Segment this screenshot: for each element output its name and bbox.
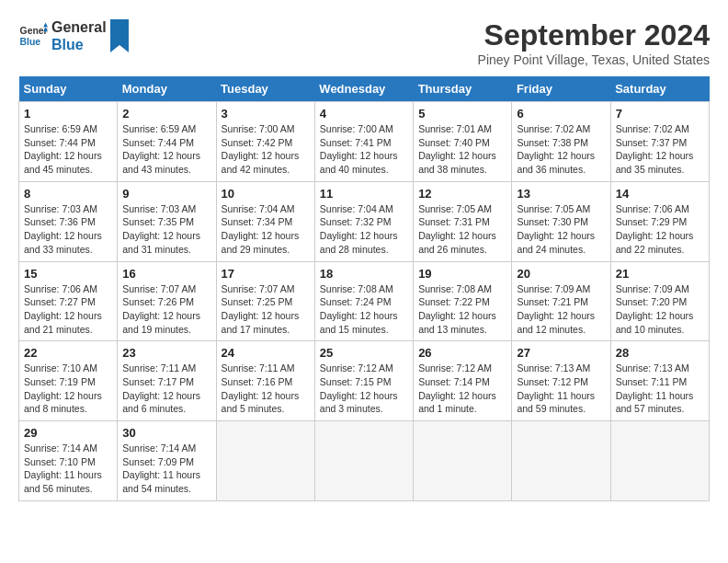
day-number: 1 <box>24 107 112 121</box>
day-cell-4: 4 Sunrise: 7:00 AMSunset: 7:41 PMDayligh… <box>314 102 413 182</box>
svg-marker-4 <box>110 19 129 52</box>
day-cell-18: 18 Sunrise: 7:08 AMSunset: 7:24 PMDaylig… <box>314 261 413 341</box>
header-saturday: Saturday <box>610 76 709 102</box>
day-info: Sunrise: 7:02 AMSunset: 7:37 PMDaylight:… <box>616 123 694 175</box>
day-number: 25 <box>320 346 408 360</box>
day-number: 4 <box>320 107 408 121</box>
day-number: 26 <box>418 346 506 360</box>
logo-blue: Blue <box>51 36 107 53</box>
day-info: Sunrise: 7:08 AMSunset: 7:22 PMDaylight:… <box>418 283 496 335</box>
day-info: Sunrise: 7:09 AMSunset: 7:21 PMDaylight:… <box>517 283 595 335</box>
day-number: 22 <box>24 346 112 360</box>
day-info: Sunrise: 7:13 AMSunset: 7:11 PMDaylight:… <box>616 362 694 414</box>
day-info: Sunrise: 7:14 AMSunset: 7:10 PMDaylight:… <box>24 442 102 494</box>
day-number: 6 <box>517 107 605 121</box>
day-number: 11 <box>320 187 408 201</box>
day-info: Sunrise: 7:12 AMSunset: 7:15 PMDaylight:… <box>320 362 398 414</box>
day-info: Sunrise: 7:00 AMSunset: 7:41 PMDaylight:… <box>320 123 398 175</box>
day-cell-25: 25 Sunrise: 7:12 AMSunset: 7:15 PMDaylig… <box>314 341 413 421</box>
day-number: 8 <box>24 187 112 201</box>
day-cell-23: 23 Sunrise: 7:11 AMSunset: 7:17 PMDaylig… <box>118 341 216 421</box>
day-cell-22: 22 Sunrise: 7:10 AMSunset: 7:19 PMDaylig… <box>19 341 118 421</box>
day-info: Sunrise: 7:08 AMSunset: 7:24 PMDaylight:… <box>320 283 398 335</box>
day-cell-30: 30 Sunrise: 7:14 AMSunset: 7:09 PMDaylig… <box>118 421 216 501</box>
day-cell-26: 26 Sunrise: 7:12 AMSunset: 7:14 PMDaylig… <box>414 341 512 421</box>
day-number: 19 <box>418 267 506 281</box>
header-thursday: Thursday <box>414 76 512 102</box>
day-number: 10 <box>222 187 310 201</box>
logo: General Blue General Blue <box>18 18 129 53</box>
day-number: 5 <box>418 107 506 121</box>
day-cell-16: 16 Sunrise: 7:07 AMSunset: 7:26 PMDaylig… <box>118 261 216 341</box>
week-row-4: 22 Sunrise: 7:10 AMSunset: 7:19 PMDaylig… <box>19 341 710 421</box>
empty-cell <box>216 421 314 501</box>
day-info: Sunrise: 7:05 AMSunset: 7:30 PMDaylight:… <box>517 203 595 255</box>
day-number: 20 <box>517 267 605 281</box>
day-info: Sunrise: 7:14 AMSunset: 7:09 PMDaylight:… <box>122 442 200 494</box>
day-number: 12 <box>418 187 506 201</box>
week-row-3: 15 Sunrise: 7:06 AMSunset: 7:27 PMDaylig… <box>19 261 710 341</box>
day-cell-6: 6 Sunrise: 7:02 AMSunset: 7:38 PMDayligh… <box>512 102 610 182</box>
day-number: 3 <box>222 107 310 121</box>
location-subtitle: Piney Point Village, Texas, United State… <box>478 52 710 67</box>
day-info: Sunrise: 7:01 AMSunset: 7:40 PMDaylight:… <box>418 123 496 175</box>
day-cell-15: 15 Sunrise: 7:06 AMSunset: 7:27 PMDaylig… <box>19 261 118 341</box>
day-info: Sunrise: 7:02 AMSunset: 7:38 PMDaylight:… <box>517 123 595 175</box>
day-cell-20: 20 Sunrise: 7:09 AMSunset: 7:21 PMDaylig… <box>512 261 610 341</box>
day-number: 21 <box>616 267 704 281</box>
day-info: Sunrise: 7:03 AMSunset: 7:35 PMDaylight:… <box>122 203 200 255</box>
day-info: Sunrise: 7:10 AMSunset: 7:19 PMDaylight:… <box>24 362 102 414</box>
month-title: September 2024 <box>478 18 710 52</box>
day-number: 23 <box>122 346 210 360</box>
day-info: Sunrise: 7:03 AMSunset: 7:36 PMDaylight:… <box>24 203 102 255</box>
week-row-5: 29 Sunrise: 7:14 AMSunset: 7:10 PMDaylig… <box>19 421 710 501</box>
day-info: Sunrise: 7:00 AMSunset: 7:42 PMDaylight:… <box>222 123 300 175</box>
svg-marker-2 <box>43 23 48 28</box>
header-monday: Monday <box>118 76 216 102</box>
logo-chevron-icon <box>110 19 129 52</box>
header-friday: Friday <box>512 76 610 102</box>
svg-text:Blue: Blue <box>20 37 41 47</box>
logo-general: General <box>51 18 107 36</box>
day-info: Sunrise: 7:05 AMSunset: 7:31 PMDaylight:… <box>418 203 496 255</box>
day-number: 28 <box>616 346 704 360</box>
day-info: Sunrise: 7:12 AMSunset: 7:14 PMDaylight:… <box>418 362 496 414</box>
empty-cell <box>414 421 512 501</box>
title-area: September 2024 Piney Point Village, Texa… <box>478 18 710 67</box>
header-sunday: Sunday <box>19 76 118 102</box>
header-tuesday: Tuesday <box>216 76 314 102</box>
day-cell-7: 7 Sunrise: 7:02 AMSunset: 7:37 PMDayligh… <box>610 102 709 182</box>
day-cell-29: 29 Sunrise: 7:14 AMSunset: 7:10 PMDaylig… <box>19 421 118 501</box>
day-cell-14: 14 Sunrise: 7:06 AMSunset: 7:29 PMDaylig… <box>610 181 709 261</box>
day-info: Sunrise: 7:04 AMSunset: 7:32 PMDaylight:… <box>320 203 398 255</box>
day-number: 29 <box>24 426 112 440</box>
day-cell-5: 5 Sunrise: 7:01 AMSunset: 7:40 PMDayligh… <box>414 102 512 182</box>
day-info: Sunrise: 7:06 AMSunset: 7:27 PMDaylight:… <box>24 283 102 335</box>
page-header: General Blue General Blue September 2024… <box>18 18 710 67</box>
day-cell-8: 8 Sunrise: 7:03 AMSunset: 7:36 PMDayligh… <box>19 181 118 261</box>
day-number: 2 <box>122 107 210 121</box>
day-number: 18 <box>320 267 408 281</box>
day-number: 27 <box>517 346 605 360</box>
day-info: Sunrise: 7:07 AMSunset: 7:26 PMDaylight:… <box>122 283 200 335</box>
day-cell-24: 24 Sunrise: 7:11 AMSunset: 7:16 PMDaylig… <box>216 341 314 421</box>
day-info: Sunrise: 7:13 AMSunset: 7:12 PMDaylight:… <box>517 362 595 414</box>
day-info: Sunrise: 7:11 AMSunset: 7:17 PMDaylight:… <box>122 362 200 414</box>
empty-cell <box>314 421 413 501</box>
day-info: Sunrise: 6:59 AMSunset: 7:44 PMDaylight:… <box>122 123 200 175</box>
day-number: 15 <box>24 267 112 281</box>
day-cell-21: 21 Sunrise: 7:09 AMSunset: 7:20 PMDaylig… <box>610 261 709 341</box>
day-cell-11: 11 Sunrise: 7:04 AMSunset: 7:32 PMDaylig… <box>314 181 413 261</box>
day-info: Sunrise: 7:09 AMSunset: 7:20 PMDaylight:… <box>616 283 694 335</box>
week-row-2: 8 Sunrise: 7:03 AMSunset: 7:36 PMDayligh… <box>19 181 710 261</box>
day-number: 9 <box>122 187 210 201</box>
week-row-1: 1 Sunrise: 6:59 AMSunset: 7:44 PMDayligh… <box>19 102 710 182</box>
day-info: Sunrise: 7:07 AMSunset: 7:25 PMDaylight:… <box>222 283 300 335</box>
day-cell-27: 27 Sunrise: 7:13 AMSunset: 7:12 PMDaylig… <box>512 341 610 421</box>
header-wednesday: Wednesday <box>314 76 413 102</box>
day-cell-10: 10 Sunrise: 7:04 AMSunset: 7:34 PMDaylig… <box>216 181 314 261</box>
day-cell-9: 9 Sunrise: 7:03 AMSunset: 7:35 PMDayligh… <box>118 181 216 261</box>
day-number: 17 <box>222 267 310 281</box>
day-info: Sunrise: 7:06 AMSunset: 7:29 PMDaylight:… <box>616 203 694 255</box>
header-row: SundayMondayTuesdayWednesdayThursdayFrid… <box>19 76 710 102</box>
